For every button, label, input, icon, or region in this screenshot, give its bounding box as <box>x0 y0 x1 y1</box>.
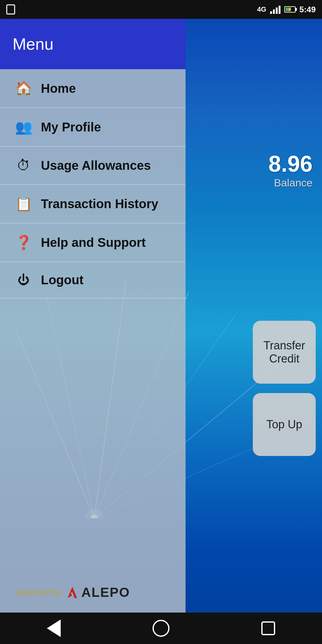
sim-card-icon <box>6 4 15 14</box>
menu-item-help-support[interactable]: ❓ Help and Support <box>0 223 186 262</box>
balance-amount: 8.96 <box>269 151 313 177</box>
logout-label: Logout <box>41 273 84 287</box>
menu-item-transaction-history[interactable]: 📋 Transaction History <box>0 185 186 223</box>
transaction-history-label: Transaction History <box>41 197 158 211</box>
action-buttons-container: Transfer Credit Top Up <box>253 321 316 456</box>
logout-icon: ⏻ <box>13 273 35 287</box>
alepo-logo: ALEPO <box>64 585 130 600</box>
help-support-label: Help and Support <box>41 236 146 250</box>
powered-by-text: powered by <box>16 587 61 597</box>
back-button[interactable] <box>44 619 63 638</box>
menu-item-my-profile[interactable]: 👥 My Profile <box>0 108 186 147</box>
brand-name: ALEPO <box>81 585 130 600</box>
signal-strength-icon <box>270 5 280 14</box>
bottom-nav-bar <box>0 613 322 644</box>
my-profile-label: My Profile <box>41 120 101 134</box>
history-icon: 📋 <box>13 196 35 212</box>
top-up-button[interactable]: Top Up <box>253 393 316 456</box>
balance-label: Balance <box>269 177 313 189</box>
profile-icon: 👥 <box>13 119 35 135</box>
help-icon: ❓ <box>13 234 35 251</box>
svg-marker-15 <box>72 587 77 598</box>
4g-indicator: 4G <box>257 5 266 14</box>
menu-items-list: 🏠 Home 👥 My Profile ⏱ Usage Allowances 📋… <box>0 69 186 298</box>
home-button[interactable] <box>152 619 170 638</box>
menu-item-home[interactable]: 🏠 Home <box>0 69 186 108</box>
transfer-credit-button[interactable]: Transfer Credit <box>253 321 316 384</box>
menu-header: Menu <box>0 19 186 69</box>
menu-title: Menu <box>13 35 53 53</box>
home-icon: 🏠 <box>13 80 35 97</box>
battery-icon: ⚡ <box>284 6 296 13</box>
usage-allowances-label: Usage Allowances <box>41 158 151 173</box>
status-bar: 4G ⚡ 5:49 <box>0 0 322 19</box>
home-label: Home <box>41 81 76 96</box>
usage-icon: ⏱ <box>13 158 35 173</box>
menu-item-logout[interactable]: ⏻ Logout <box>0 262 186 298</box>
powered-by-footer: powered by ALEPO <box>16 585 130 600</box>
balance-display: 8.96 Balance <box>269 151 313 189</box>
menu-overlay: Menu 🏠 Home 👥 My Profile ⏱ Usage Allowan… <box>0 19 186 644</box>
menu-item-usage-allowances[interactable]: ⏱ Usage Allowances <box>0 147 186 185</box>
time-display: 5:49 <box>299 5 316 14</box>
recent-apps-button[interactable] <box>259 619 278 638</box>
